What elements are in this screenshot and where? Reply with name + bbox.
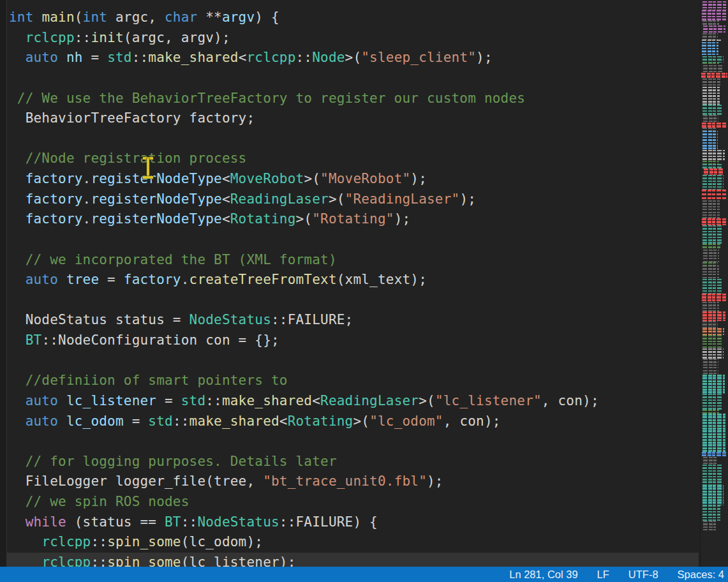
minimap-band (702, 335, 721, 348)
code-line[interactable]: factory.registerNodeType<Rotating>("Rota… (9, 209, 699, 230)
minimap-band (702, 225, 722, 244)
minimap-band (702, 302, 719, 311)
minimap-band (702, 244, 720, 250)
code-line[interactable]: // we spin ROS nodes (9, 492, 699, 512)
code-line[interactable]: NodeStatus status = NodeStatus::FAILURE; (9, 310, 699, 331)
minimap-band (702, 190, 727, 200)
minimap-band (702, 218, 726, 225)
code-line[interactable]: //Node registration process (9, 149, 699, 169)
code-line[interactable] (9, 129, 699, 149)
code-line[interactable] (9, 351, 699, 371)
code-line[interactable]: auto lc_listener = std::make_shared<Read… (9, 391, 699, 412)
minimap-band (702, 485, 724, 505)
minimap-band (702, 131, 718, 150)
minimap-band (702, 123, 727, 128)
gutter-strip (0, 0, 6, 567)
code-line[interactable]: while (status == BT::NodeStatus::FAILURE… (9, 512, 699, 533)
code-line[interactable] (9, 431, 699, 452)
minimap-band (702, 465, 722, 485)
minimap-band (702, 294, 727, 302)
minimap-band (702, 10, 727, 20)
minimap-band (702, 105, 722, 115)
code-line[interactable]: FileLogger logger_file(tree, "bt_trace_u… (9, 472, 699, 492)
status-encoding[interactable]: UTF-8 (628, 569, 658, 581)
minimap-band (703, 26, 725, 33)
minimap-band (702, 175, 723, 190)
status-indentation[interactable]: Spaces: 4 (678, 569, 724, 581)
code-line[interactable]: // for logging purposes. Details later (9, 452, 699, 472)
code-line[interactable]: auto lc_odom = std::make_shared<Rotating… (9, 412, 699, 432)
minimap-band (702, 279, 722, 294)
minimap-band (703, 65, 722, 73)
minimap-band (702, 311, 726, 321)
minimap-band (702, 150, 724, 161)
minimap-band (702, 78, 720, 87)
code-line[interactable]: rclcpp::spin_some(lc_odom); (9, 532, 699, 553)
editor-window: int main(int argc, char **argv) { rclcpp… (0, 0, 728, 582)
minimap-band (703, 521, 715, 531)
minimap-band (703, 115, 718, 123)
status-eol[interactable]: LF (597, 569, 609, 581)
code-line[interactable]: rclcpp::init(argc, argv); (9, 28, 699, 48)
code-line[interactable]: factory.registerNodeType<MoveRobot>("Mov… (9, 169, 699, 190)
code-line[interactable]: BT::NodeConfiguration con = {}; (9, 331, 699, 351)
code-line[interactable]: //definiion of smart pointers to (9, 371, 699, 391)
minimap-band (702, 164, 722, 168)
code-line[interactable] (9, 230, 699, 250)
code-line[interactable]: // we incorporated the BT (XML format) (9, 250, 699, 271)
minimap-band (702, 200, 720, 218)
code-line[interactable]: int main(int argc, char **argv) { (9, 8, 699, 28)
minimap-band (702, 328, 724, 335)
minimap-band (702, 375, 724, 394)
minimap-band (702, 394, 722, 410)
minimap-band (702, 1, 726, 10)
minimap-band (702, 56, 723, 63)
minimap-band (702, 20, 719, 26)
minimap-band (702, 452, 727, 457)
code-line[interactable]: BehaviorTreeFactory factory; (9, 108, 699, 129)
minimap-band (704, 168, 723, 175)
minimap-band (702, 505, 720, 521)
minimap-band (702, 265, 719, 279)
minimap-band (703, 457, 717, 465)
code-line[interactable]: auto nh = std::make_shared<rclcpp::Node>… (9, 48, 699, 68)
minimap-band (703, 250, 719, 262)
code-area[interactable]: int main(int argc, char **argv) { rclcpp… (7, 0, 699, 574)
text-ibeam-cursor-icon (142, 157, 154, 179)
code-line[interactable]: auto tree = factory.createTreeFromText(x… (9, 270, 699, 290)
minimap-band (702, 42, 718, 56)
minimap-band (701, 73, 727, 78)
code-line[interactable]: // We use the BehaviorTreeFactory to reg… (9, 89, 699, 109)
minimap-band (702, 414, 726, 452)
minimap-band (702, 87, 720, 105)
minimap-band (702, 321, 718, 328)
status-line-col[interactable]: Ln 281, Col 39 (509, 569, 577, 581)
minimap-band (702, 348, 723, 359)
minimap-band (703, 359, 718, 375)
code-line[interactable] (9, 290, 699, 311)
status-bar: Ln 281, Col 39 LF UTF-8 Spaces: 4 (0, 567, 728, 582)
code-line[interactable]: factory.registerNodeType<ReadingLaser>("… (9, 190, 699, 210)
code-line[interactable] (9, 68, 699, 89)
minimap-band (702, 33, 718, 40)
minimap[interactable] (700, 0, 728, 567)
